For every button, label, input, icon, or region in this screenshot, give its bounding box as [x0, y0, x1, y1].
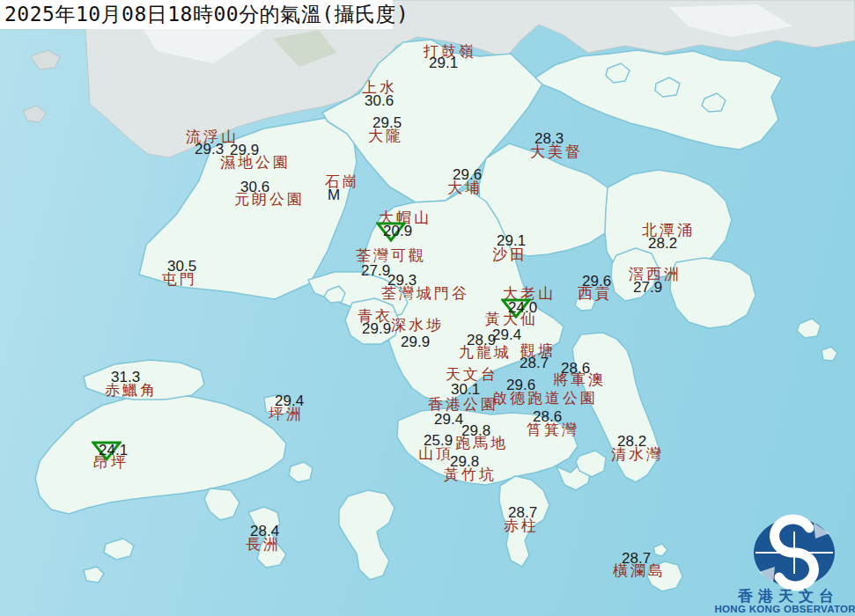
- station-temp-value: 29.5: [372, 115, 402, 130]
- station-temp-value: 29.8: [450, 454, 479, 469]
- station-name-label: 天文台: [446, 366, 498, 382]
- station-temp-value: 29.9: [230, 143, 259, 158]
- station-temp-value: 28.9: [467, 333, 496, 348]
- station-temp-value: 29.8: [461, 423, 490, 438]
- station-temp-value: 30.6: [365, 93, 394, 108]
- station-temp-value: 28.6: [533, 409, 562, 424]
- station-name-label: 荃灣可觀: [356, 247, 426, 263]
- station-temp-value: 29.3: [387, 273, 416, 288]
- station-temp-value: 28.7: [508, 505, 537, 520]
- station-temp-value: 30.1: [451, 382, 480, 397]
- station-temp-value: 29.6: [582, 274, 611, 289]
- station-temp-value: 28.2: [648, 236, 677, 251]
- station-temp-value: 29.9: [401, 334, 430, 349]
- station-temp-value: 28.4: [250, 524, 279, 539]
- station-temp-value: 29.9: [362, 321, 391, 336]
- station-temp-value: 29.6: [506, 378, 535, 392]
- station-temp-value: 20.9: [383, 224, 412, 238]
- station-temp-value: 24.1: [99, 443, 128, 458]
- station-temp-value: 29.3: [195, 142, 224, 157]
- station-temp-value: 29.4: [275, 393, 304, 408]
- station-temp-value: 28.2: [617, 434, 646, 449]
- station-temp-value: 28.6: [561, 361, 590, 376]
- station-name-label: 深水埗: [391, 317, 444, 333]
- station-temp-value: 29.4: [492, 327, 521, 342]
- station-name-label: 香港公園: [428, 396, 498, 412]
- station-temp-value: 28.3: [534, 131, 564, 146]
- station-temp-value: 28.7: [622, 551, 651, 566]
- weather-map: 2025年10月08日18時00分的氣溫(攝氏度) 打鼓嶺29.1上水30.6大…: [0, 0, 855, 616]
- station-temp-value: 30.5: [167, 259, 196, 274]
- station-temp-value: 27.9: [633, 280, 662, 295]
- station-temp-value: M: [328, 187, 340, 202]
- station-temp-value: 24.0: [508, 300, 537, 315]
- station-temp-value: 29.1: [429, 55, 458, 70]
- station-temp-value: 30.6: [240, 180, 269, 194]
- station-temp-value: 27.9: [361, 263, 390, 278]
- station-temp-value: 28.7: [520, 356, 549, 370]
- station-temp-value: 25.9: [424, 433, 453, 448]
- station-temp-value: 29.6: [453, 167, 482, 182]
- station-temp-value: 31.3: [111, 370, 140, 385]
- hko-logo: 香港天文台 HONG KONG OBSERVATORY: [722, 493, 855, 616]
- station-temp-value: 29.1: [497, 233, 526, 248]
- logo-english-name: HONG KONG OBSERVATORY: [711, 604, 855, 614]
- station-temp-value: 29.4: [434, 412, 463, 427]
